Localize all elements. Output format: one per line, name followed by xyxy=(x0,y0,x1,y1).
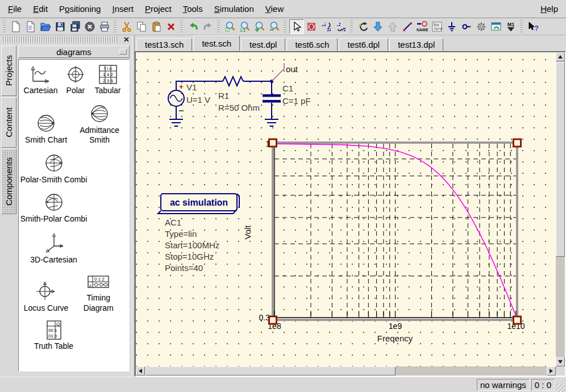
view-data-toggle-button[interactable] xyxy=(489,19,503,34)
sidebar-tab-components[interactable]: Components xyxy=(1,149,16,214)
sidebar-tab-content[interactable]: Content xyxy=(1,97,16,148)
copy-button[interactable] xyxy=(134,19,149,34)
schematic-canvas[interactable]: + out V1 U=1 V R1 R=50 Oh xyxy=(136,52,556,366)
menu-project[interactable]: Project xyxy=(139,1,177,16)
tab-test-sch[interactable]: test.sch xyxy=(193,35,240,51)
sidebar-tab-projects[interactable]: Projects xyxy=(1,45,16,96)
save-all-button[interactable] xyxy=(68,19,82,34)
combo-dropdown-button[interactable] xyxy=(119,49,127,55)
svg-text:C1: C1 xyxy=(282,84,293,93)
print-button[interactable] xyxy=(97,19,112,34)
scroll-right-button[interactable] xyxy=(547,366,556,376)
toolbar-drag-handle[interactable] xyxy=(284,20,286,33)
svg-text:M1: M1 xyxy=(507,22,515,27)
diagram-item-cartesian[interactable]: Cartesian xyxy=(20,64,61,96)
diagram-item-polar-smith-combi[interactable]: Polar-Smith Combi xyxy=(20,152,88,185)
vertical-scroll-thumb[interactable] xyxy=(556,62,565,257)
new-document-button[interactable] xyxy=(9,19,23,34)
toolbar-drag-handle[interactable] xyxy=(520,20,523,33)
zoom-in-icon xyxy=(254,21,265,32)
diagram-item-locus-curve[interactable]: Locus Curve xyxy=(20,272,72,313)
diagram-item-polar[interactable]: Polar xyxy=(61,64,90,96)
delete-button[interactable] xyxy=(164,19,178,34)
pop-out-subcircuit-button[interactable] xyxy=(385,19,400,34)
deactivate-button[interactable] xyxy=(304,19,319,34)
menu-file[interactable]: File xyxy=(2,1,27,16)
go-into-subcircuit-button[interactable] xyxy=(371,19,385,34)
zoom-fit-button[interactable] xyxy=(223,19,238,34)
diagram-item-tabular[interactable]: f i u1 4 22 3 5 Tabular xyxy=(90,64,126,96)
save-button[interactable] xyxy=(53,19,68,34)
whats-this-button[interactable]: ? xyxy=(526,19,540,34)
wires[interactable] xyxy=(169,77,278,126)
menu-insert[interactable]: Insert xyxy=(106,1,139,16)
tab-test6-dpl[interactable]: test6.dpl xyxy=(339,38,388,51)
new-text-document-button[interactable] xyxy=(23,19,38,34)
menu-help[interactable]: Help xyxy=(535,1,564,16)
toolbar-drag-handle[interactable] xyxy=(3,20,6,33)
tab-test13-dpl[interactable]: test13.dpl xyxy=(389,38,443,51)
tab-test6-sch[interactable]: test6.sch xyxy=(286,38,338,51)
tab-test-dpl[interactable]: test.dpl xyxy=(241,38,285,51)
diagram-item-truth-table[interactable]: Q00 101 0 Truth Table xyxy=(20,320,88,352)
ac-simulation-block[interactable]: ac simulation xyxy=(158,194,239,214)
equation-button[interactable]: f(u)=u+4 xyxy=(430,19,444,34)
simulate-button[interactable] xyxy=(474,19,489,34)
ground-button[interactable] xyxy=(444,19,459,34)
cartesian-diagram[interactable]: 1e81e91e1010.3 Freqency Volt xyxy=(243,139,525,343)
paste-button[interactable] xyxy=(149,19,164,34)
diagram-item-timing-diagram[interactable]: 0 1 2c Timing Diagram xyxy=(72,272,124,313)
toolbar-drag-handle[interactable] xyxy=(350,20,353,33)
x-axis-label: Freqency xyxy=(377,333,413,343)
tab-test13-sch[interactable]: test13.sch xyxy=(136,38,192,51)
scroll-up-button[interactable] xyxy=(556,52,565,61)
cut-button[interactable] xyxy=(119,19,134,34)
toolbar-drag-handle[interactable] xyxy=(180,20,183,33)
set-marker-button[interactable]: M1 xyxy=(503,19,518,34)
insert-wire-button[interactable] xyxy=(400,19,415,34)
scrollbar-corner xyxy=(556,366,565,376)
scroll-left-button[interactable] xyxy=(136,366,145,376)
menu-view[interactable]: View xyxy=(260,1,289,16)
zoom-in-button[interactable] xyxy=(252,19,267,34)
toolbar-drag-handle[interactable] xyxy=(114,20,116,33)
redo-button[interactable] xyxy=(201,19,215,34)
svg-text:?: ? xyxy=(534,24,539,32)
menu-edit[interactable]: Edit xyxy=(27,1,53,16)
svg-text:1 4 2: 1 4 2 xyxy=(103,72,113,77)
rotate-button[interactable] xyxy=(356,19,371,34)
horizontal-scrollbar[interactable] xyxy=(136,366,556,376)
dock-drag-handle[interactable] xyxy=(2,36,118,43)
close-document-button[interactable] xyxy=(82,19,97,34)
menu-tools[interactable]: Tools xyxy=(177,1,209,16)
zoom-out-button[interactable] xyxy=(267,19,282,34)
equation-icon: f(u)=u+4 xyxy=(431,21,443,32)
diagram-item-smith-polar-combi[interactable]: Smith-Polar Combi xyxy=(20,191,88,224)
toolbar-drag-handle[interactable] xyxy=(217,20,220,33)
horizontal-scroll-thumb[interactable] xyxy=(145,366,396,376)
diagram-item-3d-cartesian[interactable]: 3D-Cartesian xyxy=(20,231,88,265)
menu-simulation[interactable]: Simulation xyxy=(209,1,260,16)
port-button[interactable] xyxy=(459,19,474,34)
zoom-1-1-button[interactable]: 1:1 xyxy=(238,19,252,34)
scroll-down-button[interactable] xyxy=(556,357,565,366)
wire-icon xyxy=(402,21,413,32)
select-button[interactable] xyxy=(289,19,304,34)
diagram-item-smith-chart[interactable]: Smith Chart xyxy=(20,103,72,145)
undo-button[interactable] xyxy=(186,19,201,34)
close-circle-icon xyxy=(84,21,95,32)
mirror-x-button[interactable] xyxy=(319,19,334,34)
component-c1[interactable] xyxy=(263,94,281,103)
dock-close-button[interactable] xyxy=(122,36,130,43)
marker-icon: M1 xyxy=(505,21,517,32)
mirror-y-button[interactable] xyxy=(334,19,348,34)
node-name-button[interactable]: NAME xyxy=(415,19,430,34)
menu-positioning[interactable]: Positioning xyxy=(53,1,106,16)
component-group-select[interactable]: diagrams xyxy=(18,45,130,58)
resize-grip[interactable] xyxy=(556,383,565,392)
node-label-out[interactable]: out xyxy=(272,63,298,81)
svg-text:R1: R1 xyxy=(218,91,229,101)
open-file-button[interactable] xyxy=(38,19,53,34)
vertical-scrollbar[interactable] xyxy=(556,52,565,366)
diagram-item-admittance-smith[interactable]: Admittance Smith xyxy=(72,103,127,145)
